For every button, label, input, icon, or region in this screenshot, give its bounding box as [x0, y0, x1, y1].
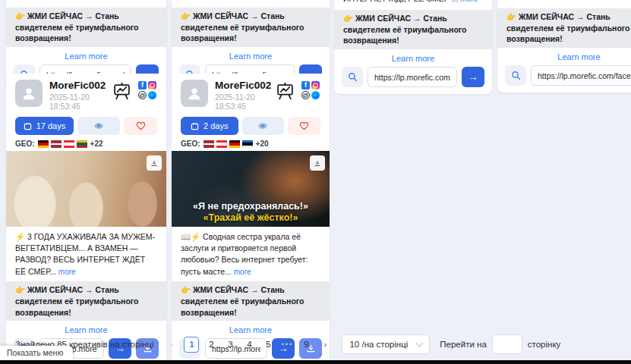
flag-at-icon [64, 140, 74, 148]
show-menu-button[interactable]: Показать меню [0, 346, 73, 360]
geo-row: GEO: +20 [172, 135, 330, 151]
creative-image [6, 151, 166, 227]
facebook-icon[interactable]: f [138, 81, 147, 89]
messenger-icon[interactable] [148, 91, 156, 99]
download-icon [151, 159, 157, 168]
more-link[interactable]: more [58, 268, 76, 276]
landing-url-row [505, 65, 631, 86]
learn-more-link[interactable]: Learn more [172, 325, 330, 334]
calendar-icon [24, 122, 32, 130]
flag-at-icon [216, 140, 227, 148]
flag-lv-icon [51, 140, 62, 148]
avatar [15, 80, 43, 107]
geo-label: GEO: [181, 140, 200, 148]
page-button-9[interactable]: 9 [299, 337, 313, 352]
learn-more-link[interactable]: Learn more [172, 52, 330, 61]
ad-title: 👉 ЖМИ СЕЙЧАС → Стань свидетелем её триум… [172, 281, 330, 321]
account-name: MoreFic002 [49, 80, 112, 91]
ad-card-partial-3: ИНТЕРНЕТ ЖДЁТ ЕЁ СМЕР ... more 👉 ЖМИ СЕЙ… [334, 0, 492, 94]
creative-timestamp: 2025-11-20 18:53:45 [49, 93, 112, 111]
creative-card: MoreFic002 2025-11-20 18:53:45 f @ 17 da… [6, 74, 166, 364]
ad-card-partial-4: 👉 ЖМИ СЕЙЧАС → Стань свидетелем её триум… [497, 0, 631, 93]
ad-title: 👉 ЖМИ СЕЙЧАС → Стань свидетелем её триум… [172, 8, 330, 47]
facebook-icon[interactable]: f [301, 81, 310, 89]
download-icon [314, 159, 320, 168]
favorite-button[interactable] [124, 117, 157, 135]
open-url-button[interactable]: → [462, 67, 484, 87]
threads-icon[interactable]: @ [301, 91, 310, 99]
analytics-board-icon[interactable] [112, 82, 131, 101]
page-button-2[interactable]: 2 [204, 337, 218, 352]
learn-more-link[interactable]: Learn more [334, 54, 492, 63]
image-download-button[interactable] [147, 155, 162, 171]
ad-title: 👉 ЖМИ СЕЙЧАС → Стань свидетелем её триум… [334, 10, 492, 49]
landing-url-input[interactable] [368, 67, 457, 87]
geo-label: GEO: [15, 140, 35, 148]
ad-title: 👉 ЖМИ СЕЙЧАС → Стань свидетелем её триум… [497, 8, 631, 48]
favorite-button[interactable] [288, 117, 320, 135]
learn-more-link[interactable]: Learn more [6, 325, 166, 334]
image-download-button[interactable] [310, 155, 325, 171]
card-actions: 2 days [172, 115, 330, 135]
page-button-1[interactable]: 1 [184, 337, 199, 353]
more-link[interactable]: more [234, 268, 251, 276]
search-button[interactable] [505, 65, 526, 86]
views-button[interactable] [242, 117, 284, 135]
creative-body-text: 📖⚡ Сводная сестра украла её заслуги и пр… [172, 227, 330, 281]
creative-timestamp: 2025-11-20 18:53:45 [215, 93, 276, 111]
search-icon [348, 72, 358, 82]
landing-url-row: → [342, 67, 484, 87]
card-actions: 17 days [6, 115, 166, 135]
eye-icon [93, 122, 104, 130]
learn-more-link[interactable]: Learn more [6, 52, 166, 61]
next-page-button[interactable]: › [318, 337, 332, 352]
analytics-board-icon[interactable] [276, 82, 295, 101]
flag-ee-icon [242, 140, 253, 148]
page-button-4[interactable]: 4 [242, 337, 256, 352]
pagination-bar: Знайдено 85 креативів на сторінці ‹ 1 2 … [15, 334, 560, 354]
page-ellipsis: ••• [280, 337, 294, 352]
goto-page-label: Перейти на [440, 340, 487, 349]
ad-title: 👉 ЖМИ СЕЙЧАС → Стань свидетелем её триум… [6, 8, 166, 47]
page-size-select[interactable]: 10 /на сторінці [342, 334, 430, 354]
search-icon [511, 71, 521, 80]
clipped-body-text: ИНТЕРНЕТ ЖДЁТ ЕЁ СМЕР ... more [334, 0, 492, 5]
landing-url-input[interactable] [531, 65, 631, 86]
flag-de-icon [229, 140, 240, 148]
card-header: MoreFic002 2025-11-20 18:53:45 f @ [172, 74, 330, 115]
page-button-3[interactable]: 3 [223, 337, 237, 352]
account-name: MoreFic002 [215, 80, 276, 91]
search-button[interactable] [342, 67, 363, 87]
platform-icons: f @ [301, 81, 320, 99]
days-active-button[interactable]: 2 days [181, 117, 238, 135]
messenger-icon[interactable] [311, 91, 320, 99]
learn-more-link[interactable]: Learn more [497, 52, 631, 61]
creative-card: MoreFic002 2025-11-20 18:53:45 f @ 2 day… [172, 74, 330, 364]
geo-flags [203, 140, 253, 148]
days-active-button[interactable]: 17 days [15, 117, 74, 135]
heart-icon [136, 121, 146, 130]
chevron-down-icon [416, 340, 424, 347]
geo-flags [38, 140, 87, 148]
goto-page-input[interactable] [492, 334, 522, 354]
flag-de-icon [38, 140, 49, 148]
ad-title: 👉 ЖМИ СЕЙЧАС → Стань свидетелем её триум… [6, 281, 166, 321]
eye-icon [257, 122, 268, 130]
instagram-icon[interactable] [311, 81, 320, 89]
arrow-right-icon: → [469, 71, 478, 83]
threads-icon[interactable]: @ [138, 91, 147, 99]
page-button-5[interactable]: 5 [261, 337, 275, 352]
views-button[interactable] [77, 117, 120, 135]
goto-page-suffix: сторінку [528, 340, 561, 349]
flag-lt-icon [77, 140, 87, 148]
platform-icons: f @ [138, 81, 157, 99]
instagram-icon[interactable] [148, 81, 156, 89]
card-header: MoreFic002 2025-11-20 18:53:45 f @ [6, 74, 166, 115]
flag-lv-icon [203, 140, 214, 148]
geo-more-count: +20 [256, 140, 269, 148]
prev-page-button[interactable]: ‹ [165, 337, 178, 352]
image-overlay-text: «Я не предохранялась!» «Трахай её жёстко… [172, 201, 330, 224]
geo-more-count: +22 [90, 140, 103, 148]
person-icon [186, 85, 203, 102]
more-link[interactable]: more [460, 0, 478, 3]
